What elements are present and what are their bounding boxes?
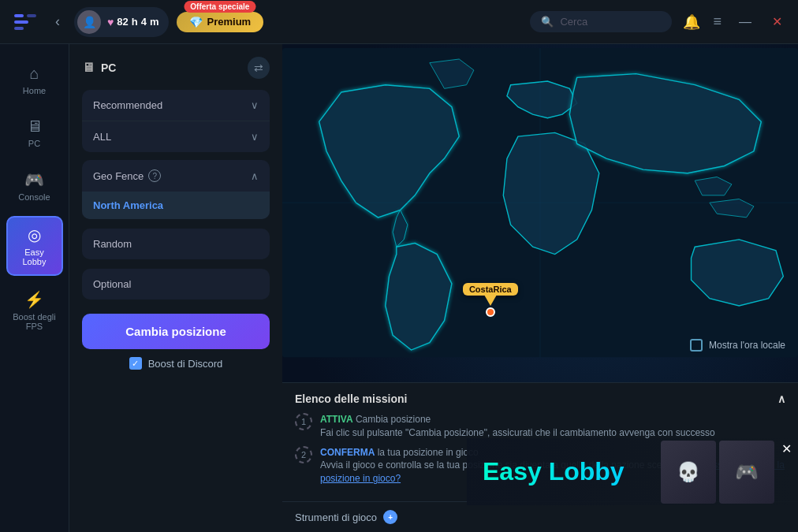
boost-discord-checkbox[interactable]: ✓ — [129, 357, 142, 370]
topbar-icons: 🔔 ≡ — [680, 10, 725, 34]
geo-fence-label: Geo Fence — [93, 170, 144, 182]
tools-add-button[interactable]: + — [383, 510, 397, 524]
panel-header: 🖥 PC ⇄ — [82, 57, 270, 79]
easy-lobby-overlay: Easy Lobby 💀 🎮 ✕ — [467, 438, 798, 505]
console-icon: 🎮 — [24, 170, 44, 189]
easy-lobby-icon: ◎ — [28, 225, 41, 244]
sidebar-item-boost-fps[interactable]: ⚡ Boost degli FPS — [6, 282, 63, 339]
map-pin-dot — [486, 307, 495, 317]
mission-num-1: 1 — [295, 413, 312, 430]
mission-item-1: 1 ATTIVA Cambia posizione Fai clic sul p… — [295, 413, 785, 440]
premium-label: Premium — [207, 16, 252, 28]
hearts-count: 82 — [117, 16, 128, 28]
recommended-label: Recommended — [93, 99, 162, 111]
sidebar-label-console: Console — [18, 192, 50, 202]
hearts-display: ♥ 82 h 4 m — [107, 16, 159, 28]
content-area: 🖥 PC ⇄ Recommended ∨ ALL ∨ — [69, 44, 798, 532]
hearts-icon: ♥ — [107, 16, 114, 28]
random-label: Random — [93, 238, 132, 250]
list-button[interactable]: ≡ — [710, 10, 725, 33]
minimize-button[interactable]: — — [733, 12, 758, 32]
avatar: 👤 — [77, 10, 101, 34]
mission-num-2: 2 — [295, 446, 312, 463]
recommended-row[interactable]: Recommended ∨ — [82, 90, 270, 121]
optional-label: Optional — [93, 278, 131, 290]
left-panel: 🖥 PC ⇄ Recommended ∨ ALL ∨ — [69, 44, 282, 532]
platform-label: 🖥 PC — [82, 61, 116, 75]
missions-title: Elenco delle missioni — [295, 392, 407, 405]
north-america-item[interactable]: North America — [82, 192, 270, 219]
mission-text-1: ATTIVA Cambia posizione Fai clic sul pul… — [320, 413, 715, 440]
missions-header: Elenco delle missioni ∧ — [295, 392, 785, 405]
boost-discord: ✓ Boost di Discord — [82, 357, 270, 370]
search-icon: 🔍 — [541, 16, 554, 28]
premium-button[interactable]: Offerta speciale 💎 Premium — [177, 12, 264, 32]
hearts-min-unit: m — [150, 16, 159, 28]
local-time-checkbox[interactable] — [690, 339, 703, 352]
thumb-2-emoji: 🎮 — [735, 461, 759, 483]
sidebar: ⌂ Home 🖥 PC 🎮 Console ◎ Easy Lobby ⚡ Boo… — [0, 44, 69, 532]
hearts-min: 4 — [141, 16, 147, 28]
thumb-1-emoji: 💀 — [677, 461, 700, 483]
svg-rect-3 — [14, 27, 24, 30]
missions-collapse[interactable]: ∧ — [777, 392, 785, 405]
svg-rect-0 — [14, 14, 24, 17]
topbar: ‹ 👤 ♥ 82 h 4 m Offerta speciale 💎 Premiu… — [0, 0, 798, 44]
platform-icon: 🖥 — [82, 61, 95, 75]
sidebar-label-pc: PC — [28, 139, 40, 148]
user-profile[interactable]: 👤 ♥ 82 h 4 m — [74, 7, 169, 37]
boost-fps-icon: ⚡ — [24, 290, 44, 309]
geo-fence-header-left: Geo Fence ? — [93, 169, 161, 182]
mission-2-highlight: CONFERMA — [320, 447, 375, 458]
geo-fence-section: Geo Fence ? ∧ North America — [82, 160, 270, 219]
all-row[interactable]: ALL ∨ — [82, 121, 270, 152]
map-area: CostaRica Mostra l'ora locale Elenco del… — [282, 44, 798, 532]
platform-name: PC — [101, 61, 116, 74]
map-pin-arrow — [484, 295, 497, 306]
sidebar-item-home[interactable]: ⌂ Home — [6, 57, 63, 103]
tools-section: Strumenti di gioco + — [282, 502, 798, 532]
mission-2-text: la tua posizione in gioco — [378, 447, 479, 458]
boost-discord-label: Boost di Discord — [148, 358, 223, 370]
app-logo — [9, 6, 41, 38]
search-bar[interactable]: 🔍 — [530, 11, 672, 32]
thumb-1-image: 💀 — [661, 441, 716, 504]
optional-row[interactable]: Optional — [82, 269, 270, 299]
random-row[interactable]: Random — [82, 229, 270, 259]
mission-1-desc: Fai clic sul pulsante "Cambia posizione"… — [320, 427, 715, 438]
recommended-chevron: ∨ — [251, 99, 259, 111]
search-input[interactable] — [560, 16, 654, 28]
world-map — [282, 44, 798, 361]
geo-fence-header[interactable]: Geo Fence ? ∧ — [82, 160, 270, 192]
overlay-close-button[interactable]: ✕ — [781, 441, 792, 456]
north-america-label: North America — [93, 199, 163, 211]
main-layout: ⌂ Home 🖥 PC 🎮 Console ◎ Easy Lobby ⚡ Boo… — [0, 44, 798, 532]
easy-lobby-thumbs: 💀 🎮 — [661, 441, 798, 504]
mission-1-text: Cambia posizione — [356, 414, 431, 425]
sidebar-item-pc[interactable]: 🖥 PC — [6, 110, 63, 156]
sidebar-item-console[interactable]: 🎮 Console — [6, 162, 63, 210]
geo-fence-help[interactable]: ? — [148, 169, 161, 182]
close-button[interactable]: ✕ — [766, 11, 789, 32]
show-local-time: Mostra l'ora locale — [690, 339, 785, 352]
notification-button[interactable]: 🔔 — [680, 10, 703, 34]
recommended-section: Recommended ∨ ALL ∨ — [82, 90, 270, 152]
pc-icon: 🖥 — [27, 117, 43, 136]
sidebar-item-easy-lobby[interactable]: ◎ Easy Lobby — [6, 216, 63, 276]
geo-fence-chevron-up: ∧ — [251, 170, 259, 182]
switch-button[interactable]: ⇄ — [248, 57, 270, 79]
svg-rect-1 — [14, 20, 28, 24]
back-button[interactable]: ‹ — [49, 10, 66, 33]
thumb-2-image: 🎮 — [719, 441, 774, 504]
sidebar-label-home: Home — [23, 86, 46, 95]
premium-badge: Offerta speciale — [184, 1, 255, 13]
hearts-unit: h — [132, 16, 138, 28]
home-icon: ⌂ — [29, 65, 39, 83]
mission-1-highlight: ATTIVA — [320, 414, 353, 425]
change-position-button[interactable]: Cambia posizione — [82, 314, 270, 349]
svg-rect-2 — [27, 14, 36, 17]
map-pin[interactable]: CostaRica — [463, 283, 518, 317]
tools-label: Strumenti di gioco — [295, 512, 377, 523]
show-local-time-label: Mostra l'ora locale — [709, 340, 785, 351]
easy-lobby-overlay-title: Easy Lobby — [467, 457, 640, 486]
